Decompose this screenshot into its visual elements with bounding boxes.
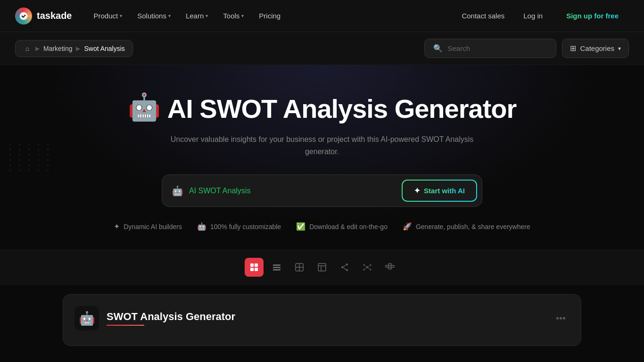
card-menu-button[interactable]: ••• xyxy=(552,311,570,326)
breadcrumb: ⌂ ▶ Marketing ▶ Swot Analysis xyxy=(15,40,133,57)
svg-line-17 xyxy=(343,265,346,267)
nav-links: Product ▾ Solutions ▾ Learn ▾ Tools ▾ Pr… xyxy=(87,8,288,24)
nav-item-learn[interactable]: Learn ▾ xyxy=(179,8,215,24)
feature-share: 🚀 Generate, publish, & share everywhere xyxy=(403,222,530,231)
view-btn-list[interactable] xyxy=(245,258,264,277)
logo-icon xyxy=(15,8,32,25)
page-title: AI SWOT Analysis Generator xyxy=(167,93,517,124)
robot-icon: 🤖 xyxy=(128,94,158,124)
cta-box: 🤖 AI SWOT Analysis ✦ Start with AI xyxy=(162,174,482,207)
svg-rect-6 xyxy=(273,267,281,268)
svg-rect-4 xyxy=(255,268,258,271)
svg-rect-7 xyxy=(273,269,281,271)
chevron-down-icon: ▾ xyxy=(206,13,208,18)
breadcrumb-separator: ▶ xyxy=(76,45,80,52)
home-icon[interactable]: ⌂ xyxy=(23,44,32,53)
card-title-underline xyxy=(107,325,144,326)
rocket-icon: 🚀 xyxy=(403,222,412,231)
feature-label: 100% fully customizable xyxy=(210,223,281,230)
robot-small-icon: 🤖 xyxy=(197,222,206,231)
search-box[interactable]: 🔍 xyxy=(424,39,556,58)
svg-line-24 xyxy=(364,265,366,267)
hero-title-wrap: 🤖 AI SWOT Analysis Generator xyxy=(128,93,517,124)
chevron-down-icon: ▾ xyxy=(168,13,171,18)
card-robot-icon: 🤖 xyxy=(74,306,99,330)
view-btn-table[interactable] xyxy=(313,258,331,277)
svg-rect-30 xyxy=(388,267,391,269)
svg-rect-5 xyxy=(273,264,281,266)
chevron-down-icon: ▾ xyxy=(618,45,621,52)
dot-pattern-decoration xyxy=(9,144,53,171)
svg-rect-29 xyxy=(388,263,391,265)
view-btn-grid[interactable] xyxy=(290,258,309,277)
nav-item-solutions[interactable]: Solutions ▾ xyxy=(131,8,177,24)
sparkle-icon: ✦ xyxy=(414,186,420,195)
grid-icon: ⊞ xyxy=(570,44,576,53)
cta-bot-icon: 🤖 xyxy=(172,185,183,197)
breadcrumb-swot[interactable]: Swot Analysis xyxy=(84,45,124,52)
start-with-ai-button[interactable]: ✦ Start with AI xyxy=(402,180,477,202)
svg-point-19 xyxy=(366,266,368,268)
view-toolbar xyxy=(0,250,644,285)
svg-rect-11 xyxy=(318,263,326,271)
nav-item-pricing[interactable]: Pricing xyxy=(252,8,287,24)
card-area: 🤖 SWOT Analysis Generator ••• xyxy=(0,285,644,355)
feature-customizable: 🤖 100% fully customizable xyxy=(197,222,281,231)
content-section: 🤖 SWOT Analysis Generator ••• xyxy=(0,250,644,355)
swot-card: 🤖 SWOT Analysis Generator ••• xyxy=(63,294,581,346)
card-title-wrap: 🤖 SWOT Analysis Generator xyxy=(74,306,235,330)
contact-sales-link[interactable]: Contact sales xyxy=(456,8,510,24)
search-categories-group: 🔍 ⊞ Categories ▾ xyxy=(424,39,629,58)
svg-rect-2 xyxy=(255,263,258,267)
card-title: SWOT Analysis Generator xyxy=(107,311,235,323)
swot-card-header: 🤖 SWOT Analysis Generator ••• xyxy=(74,306,570,330)
sparkle-icon: ✦ xyxy=(114,222,120,231)
breadcrumb-marketing[interactable]: Marketing xyxy=(43,45,72,52)
chevron-down-icon: ▾ xyxy=(120,13,122,18)
feature-label: Generate, publish, & share everywhere xyxy=(416,223,530,230)
view-btn-mindmap[interactable] xyxy=(358,258,377,277)
svg-rect-28 xyxy=(386,265,388,267)
svg-rect-3 xyxy=(250,268,254,271)
svg-line-26 xyxy=(364,268,366,269)
svg-line-25 xyxy=(368,265,370,267)
check-icon: ✅ xyxy=(296,222,305,231)
svg-rect-1 xyxy=(250,263,254,267)
svg-line-27 xyxy=(368,268,370,269)
feature-label: Download & edit on-the-go xyxy=(309,223,388,230)
signup-button[interactable]: Sign up for free xyxy=(556,7,629,25)
svg-point-14 xyxy=(346,263,348,265)
view-btn-columns[interactable] xyxy=(267,258,286,277)
search-icon: 🔍 xyxy=(433,44,443,53)
logo[interactable]: taskade xyxy=(15,8,72,25)
svg-point-16 xyxy=(346,269,348,271)
nav-item-tools[interactable]: Tools ▾ xyxy=(216,8,250,24)
breadcrumb-separator: ▶ xyxy=(35,45,40,52)
feature-label: Dynamic AI builders xyxy=(124,223,182,230)
search-input[interactable] xyxy=(447,44,547,52)
svg-rect-31 xyxy=(391,265,394,267)
nav-item-product[interactable]: Product ▾ xyxy=(87,8,129,24)
feature-download: ✅ Download & edit on-the-go xyxy=(296,222,388,231)
svg-point-0 xyxy=(20,12,28,20)
svg-line-18 xyxy=(343,268,346,270)
logo-text: taskade xyxy=(37,10,72,21)
hero-subtitle: Uncover valuable insights for your busin… xyxy=(157,133,487,157)
main-nav: taskade Product ▾ Solutions ▾ Learn ▾ To… xyxy=(0,0,644,32)
features-row: ✦ Dynamic AI builders 🤖 100% fully custo… xyxy=(114,222,530,231)
cta-label: 🤖 AI SWOT Analysis xyxy=(172,185,250,197)
breadcrumb-bar: ⌂ ▶ Marketing ▶ Swot Analysis 🔍 ⊞ Catego… xyxy=(0,32,644,65)
categories-button[interactable]: ⊞ Categories ▾ xyxy=(562,39,629,58)
nav-right: Contact sales Log in Sign up for free xyxy=(456,7,629,25)
svg-point-15 xyxy=(341,266,343,268)
view-btn-share[interactable] xyxy=(335,258,354,277)
view-btn-flow[interactable] xyxy=(380,258,399,277)
hero-section: 🤖 AI SWOT Analysis Generator Uncover val… xyxy=(0,65,644,250)
login-link[interactable]: Log in xyxy=(518,8,548,24)
feature-dynamic-ai: ✦ Dynamic AI builders xyxy=(114,222,182,231)
chevron-down-icon: ▾ xyxy=(241,13,244,18)
nav-left: taskade Product ▾ Solutions ▾ Learn ▾ To… xyxy=(15,8,287,25)
